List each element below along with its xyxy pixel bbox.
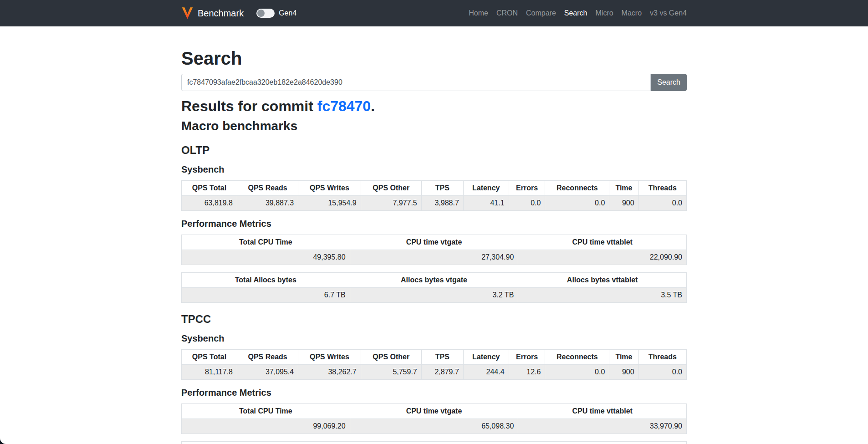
table-cell: 22,090.90 bbox=[518, 250, 687, 265]
column-header: QPS Other bbox=[361, 349, 421, 364]
nav-item-macro[interactable]: Macro bbox=[618, 9, 646, 17]
benchmark-title: TPCC bbox=[181, 313, 687, 326]
benchmark-section: TPCC Sysbench QPS TotalQPS ReadsQPS Writ… bbox=[181, 313, 687, 444]
column-header: CPU time vtgate bbox=[350, 403, 518, 418]
column-header: Latency bbox=[463, 349, 509, 364]
table-cell: 0.0 bbox=[545, 195, 609, 210]
allocs-table: Total Allocs bytesAllocs bytes vtgateAll… bbox=[181, 272, 687, 303]
search-form: Search bbox=[181, 74, 687, 91]
benchmark-title: OLTP bbox=[181, 144, 687, 157]
nav-item-v3-vs-gen4[interactable]: v3 vs Gen4 bbox=[646, 9, 687, 17]
vitess-logo-icon bbox=[181, 6, 194, 20]
results-prefix: Results for commit bbox=[181, 98, 317, 114]
column-header: Errors bbox=[509, 349, 545, 364]
brand[interactable]: Benchmark bbox=[181, 6, 244, 20]
column-header: Allocs bytes vttablet bbox=[518, 441, 687, 444]
column-header: QPS Total bbox=[182, 349, 237, 364]
column-header: Errors bbox=[509, 180, 545, 195]
column-header: QPS Reads bbox=[237, 180, 298, 195]
table-cell: 2,879.7 bbox=[421, 364, 463, 379]
column-header: QPS Writes bbox=[298, 180, 361, 195]
table-row: 6.7 TB3.2 TB3.5 TB bbox=[182, 287, 687, 302]
table-cell: 0.0 bbox=[638, 195, 686, 210]
column-header: Time bbox=[609, 349, 638, 364]
column-header: CPU time vtgate bbox=[350, 235, 518, 250]
table-cell: 49,395.80 bbox=[182, 250, 350, 265]
table-cell: 0.0 bbox=[545, 364, 609, 379]
table-cell: 99,069.20 bbox=[182, 418, 350, 434]
column-header: QPS Other bbox=[361, 180, 421, 195]
column-header: Allocs bytes vtgate bbox=[350, 272, 518, 287]
table-cell: 33,970.90 bbox=[518, 418, 687, 434]
cpu-table: Total CPU TimeCPU time vtgateCPU time vt… bbox=[181, 403, 687, 434]
column-header: Reconnects bbox=[545, 180, 609, 195]
commit-link[interactable]: fc78470 bbox=[317, 98, 371, 114]
sysbench-table: QPS TotalQPS ReadsQPS WritesQPS OtherTPS… bbox=[181, 349, 687, 380]
table-row: 99,069.2065,098.3033,970.90 bbox=[182, 418, 687, 434]
column-header: QPS Total bbox=[182, 180, 237, 195]
table-cell: 3,988.7 bbox=[421, 195, 463, 210]
column-header: Total CPU Time bbox=[182, 403, 350, 418]
column-header: Threads bbox=[638, 180, 686, 195]
table-cell: 0.0 bbox=[509, 195, 545, 210]
toggle-knob bbox=[257, 10, 265, 17]
column-header: CPU time vttablet bbox=[518, 403, 687, 418]
nav-item-micro[interactable]: Micro bbox=[592, 9, 618, 17]
nav-item-search[interactable]: Search bbox=[560, 9, 592, 17]
toggle-label: Gen4 bbox=[279, 9, 296, 17]
sysbench-table: QPS TotalQPS ReadsQPS WritesQPS OtherTPS… bbox=[181, 180, 687, 211]
sysbench-heading: Sysbench bbox=[181, 164, 687, 175]
table-cell: 244.4 bbox=[463, 364, 509, 379]
search-button[interactable]: Search bbox=[651, 74, 687, 91]
table-cell: 12.6 bbox=[509, 364, 545, 379]
table-cell: 81,117.8 bbox=[182, 364, 237, 379]
main-content: Search Search Results for commit fc78470… bbox=[174, 47, 694, 444]
column-header: CPU time vttablet bbox=[518, 235, 687, 250]
table-cell: 0.0 bbox=[638, 364, 686, 379]
column-header: Threads bbox=[638, 349, 686, 364]
table-cell: 65,098.30 bbox=[350, 418, 518, 434]
performance-heading: Performance Metrics bbox=[181, 218, 687, 229]
cpu-table: Total CPU TimeCPU time vtgateCPU time vt… bbox=[181, 235, 687, 265]
nav-links: HomeCRONCompareSearchMicroMacrov3 vs Gen… bbox=[465, 9, 687, 17]
column-header: TPS bbox=[421, 349, 463, 364]
table-cell: 7,977.5 bbox=[361, 195, 421, 210]
column-header: Reconnects bbox=[545, 349, 609, 364]
benchmark-section: OLTP Sysbench QPS TotalQPS ReadsQPS Writ… bbox=[181, 144, 687, 303]
table-cell: 900 bbox=[609, 364, 638, 379]
table-cell: 15,954.9 bbox=[298, 195, 361, 210]
table-cell: 5,759.7 bbox=[361, 364, 421, 379]
table-cell: 39,887.3 bbox=[237, 195, 298, 210]
nav-item-compare[interactable]: Compare bbox=[522, 9, 560, 17]
table-cell: 900 bbox=[609, 195, 638, 210]
benchmark-sections: OLTP Sysbench QPS TotalQPS ReadsQPS Writ… bbox=[181, 144, 687, 444]
results-heading: Results for commit fc78470. bbox=[181, 97, 687, 115]
table-row: 81,117.837,095.438,262.75,759.72,879.724… bbox=[182, 364, 687, 379]
column-header: QPS Reads bbox=[237, 349, 298, 364]
brand-label: Benchmark bbox=[198, 8, 244, 19]
results-suffix: . bbox=[371, 98, 375, 114]
column-header: Latency bbox=[463, 180, 509, 195]
table-cell: 63,819.8 bbox=[182, 195, 237, 210]
table-cell: 3.5 TB bbox=[518, 287, 687, 302]
gen4-toggle[interactable] bbox=[256, 9, 275, 18]
column-header: Time bbox=[609, 180, 638, 195]
table-cell: 37,095.4 bbox=[237, 364, 298, 379]
allocs-table: Total Allocs bytesAllocs bytes vtgateAll… bbox=[181, 441, 687, 444]
table-cell: 6.7 TB bbox=[182, 287, 350, 302]
nav-item-cron[interactable]: CRON bbox=[492, 9, 522, 17]
column-header: Total Allocs bytes bbox=[182, 272, 350, 287]
column-header: Total Allocs bytes bbox=[182, 441, 350, 444]
performance-heading: Performance Metrics bbox=[181, 387, 687, 398]
column-header: Total CPU Time bbox=[182, 235, 350, 250]
table-cell: 41.1 bbox=[463, 195, 509, 210]
column-header: Allocs bytes vtgate bbox=[350, 441, 518, 444]
table-cell: 3.2 TB bbox=[350, 287, 518, 302]
column-header: QPS Writes bbox=[298, 349, 361, 364]
search-input[interactable] bbox=[181, 74, 651, 91]
window-rounded-corner bbox=[0, 437, 7, 444]
sysbench-heading: Sysbench bbox=[181, 333, 687, 344]
column-header: TPS bbox=[421, 180, 463, 195]
table-row: 63,819.839,887.315,954.97,977.53,988.741… bbox=[182, 195, 687, 210]
nav-item-home[interactable]: Home bbox=[465, 9, 492, 17]
